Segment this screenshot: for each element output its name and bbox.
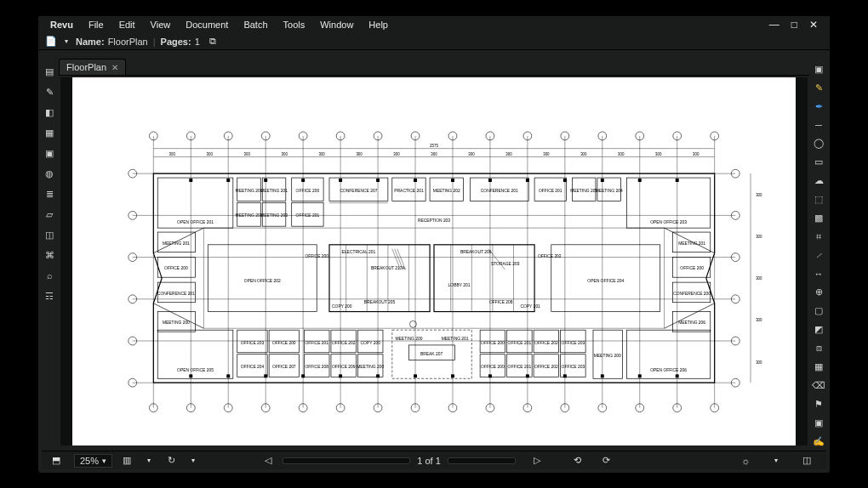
zoom-selector[interactable]: 25% ▾ <box>74 454 112 468</box>
page-layout-icon[interactable]: ⧉ <box>207 36 219 48</box>
first-page-icon[interactable]: ◁ <box>260 453 276 468</box>
svg-text:OFFICE 200: OFFICE 200 <box>481 341 505 345</box>
status-bar: ⬒ 25% ▾ ▥ ▾ ↻ ▾ ◁ 1 of 1 ▷ ⟲ ⟳ ☼ ▾ ◫ <box>42 451 826 469</box>
measurements-icon[interactable]: ◫ <box>43 229 55 241</box>
svg-text:OFFICE 202: OFFICE 202 <box>534 341 558 345</box>
menu-batch[interactable]: Batch <box>237 18 274 31</box>
svg-rect-112 <box>264 179 267 182</box>
window-maximize[interactable]: □ <box>791 19 797 31</box>
links-icon[interactable]: ⌘ <box>43 249 55 261</box>
search-icon[interactable]: ⌕ <box>43 270 55 281</box>
link-icon[interactable]: ▣ <box>813 417 825 428</box>
svg-text:OFFICE 203: OFFICE 203 <box>562 341 585 345</box>
highlighter-icon[interactable]: ✎ <box>813 82 825 94</box>
line-icon[interactable]: ─ <box>813 120 825 130</box>
svg-text:300: 300 <box>543 152 550 156</box>
split-icon[interactable]: ◫ <box>799 453 814 468</box>
menu-file[interactable]: File <box>82 18 111 31</box>
svg-text:300: 300 <box>169 152 176 156</box>
dimension-icon[interactable]: ↔ <box>813 269 825 279</box>
svg-text:300: 300 <box>468 152 475 156</box>
chevron-down-icon[interactable]: ▾ <box>60 36 72 48</box>
signature-icon[interactable]: ✍ <box>813 436 825 447</box>
svg-text:OFFICE 201: OFFICE 201 <box>305 341 328 345</box>
svg-text:300: 300 <box>318 152 325 156</box>
chevron-down-icon[interactable]: ▾ <box>141 453 157 468</box>
eraser-icon[interactable]: ⌫ <box>813 380 825 391</box>
fit-page-icon[interactable]: ▥ <box>119 453 134 468</box>
profile-icon[interactable]: ⬒ <box>49 453 64 468</box>
pen-icon[interactable]: ✒ <box>813 101 825 112</box>
page-scrubber-right[interactable] <box>448 457 516 464</box>
flag-icon[interactable]: ⚑ <box>813 399 825 410</box>
svg-text:OFFICE 207: OFFICE 207 <box>272 365 296 369</box>
callout-icon[interactable]: ⬚ <box>813 194 825 205</box>
document-tab[interactable]: FloorPlan ✕ <box>59 59 126 75</box>
svg-text:300: 300 <box>207 152 214 156</box>
svg-rect-117 <box>339 374 342 377</box>
close-tab-icon[interactable]: ✕ <box>111 63 118 72</box>
studio-icon[interactable]: ☶ <box>43 290 55 302</box>
paper: 2575300300300300300300300300300300300300… <box>72 77 796 445</box>
document-icon[interactable]: 📄 <box>45 36 57 48</box>
svg-text:BREAKOUT 205: BREAKOUT 205 <box>364 300 396 304</box>
snapshot-icon[interactable]: ⧈ <box>813 343 825 354</box>
spaces-icon[interactable]: ▱ <box>43 208 55 220</box>
svg-text:OFFICE 200: OFFICE 200 <box>296 189 320 193</box>
svg-text:OPEN OFFICE 206: OPEN OFFICE 206 <box>650 368 687 372</box>
prev-view-icon[interactable]: ⟲ <box>570 453 585 468</box>
rotate-icon[interactable]: ↻ <box>163 453 179 468</box>
document-tab-title: FloorPlan <box>66 62 106 72</box>
svg-text:OPEN OFFICE 202: OPEN OFFICE 202 <box>244 279 281 283</box>
svg-text:BREAK 207: BREAK 207 <box>420 352 443 356</box>
file-access-icon[interactable]: ◧ <box>43 106 55 118</box>
toolchests-icon[interactable]: ▣ <box>43 147 55 159</box>
menu-view[interactable]: View <box>144 18 178 31</box>
chevron-down-icon[interactable]: ▾ <box>186 453 201 468</box>
svg-text:MEETING 206: MEETING 206 <box>678 321 705 325</box>
svg-text:300: 300 <box>693 152 700 156</box>
polyline-icon[interactable]: ⟋ <box>813 250 825 260</box>
next-page-icon[interactable]: ▷ <box>529 453 545 468</box>
stamp-icon[interactable]: ⌗ <box>813 231 825 242</box>
svg-text:300: 300 <box>756 276 762 281</box>
menu-window[interactable]: Window <box>313 18 360 31</box>
svg-text:MEETING 202: MEETING 202 <box>236 213 263 218</box>
cloud-icon[interactable]: ☁ <box>813 175 825 186</box>
menubar: Revu File Edit View Document Batch Tools… <box>38 16 830 33</box>
cursor-icon[interactable]: ▣ <box>813 64 825 75</box>
bookmarks-icon[interactable]: ✎ <box>43 86 55 98</box>
thumbnails-icon[interactable]: ▤ <box>43 65 55 77</box>
text-icon[interactable]: ▦ <box>813 361 825 372</box>
page-scrubber[interactable] <box>283 457 410 464</box>
name-label: Name: <box>76 37 105 47</box>
ellipse-icon[interactable]: ◯ <box>813 138 825 149</box>
markups-icon[interactable]: ▦ <box>43 127 55 139</box>
pages-label: Pages: <box>161 37 191 47</box>
menu-tools[interactable]: Tools <box>277 18 312 31</box>
svg-text:OPEN OFFICE 201: OPEN OFFICE 201 <box>177 220 214 224</box>
image-icon[interactable]: ▩ <box>813 213 825 224</box>
svg-text:MEETING 201: MEETING 201 <box>442 337 469 341</box>
svg-text:BREAKOUT 206: BREAKOUT 206 <box>460 250 492 254</box>
rectangle-icon[interactable]: ▭ <box>813 156 825 167</box>
svg-text:OPEN OFFICE 205: OPEN OFFICE 205 <box>177 368 214 372</box>
arrow-icon[interactable]: ◩ <box>813 324 825 335</box>
window-close[interactable]: ✕ <box>809 19 818 31</box>
polygon-icon[interactable]: ▢ <box>813 305 825 316</box>
svg-rect-118 <box>376 179 380 182</box>
window-minimize[interactable]: — <box>769 19 779 31</box>
next-view-icon[interactable]: ⟳ <box>599 453 614 468</box>
menu-help[interactable]: Help <box>362 18 395 31</box>
chevron-down-icon[interactable]: ▾ <box>768 453 784 468</box>
name-value: FloorPlan <box>108 37 148 47</box>
svg-text:300: 300 <box>281 152 288 156</box>
count-icon[interactable]: ⊕ <box>813 287 825 298</box>
svg-text:OFFICE 200: OFFICE 200 <box>164 266 188 270</box>
properties-icon[interactable]: ◍ <box>43 167 55 179</box>
layers-icon[interactable]: ≣ <box>43 188 55 200</box>
canvas[interactable]: 2575300300300300300300300300300300300300… <box>60 77 808 445</box>
menu-document[interactable]: Document <box>179 18 235 31</box>
menu-edit[interactable]: Edit <box>112 18 142 31</box>
dimmer-icon[interactable]: ☼ <box>738 453 753 468</box>
